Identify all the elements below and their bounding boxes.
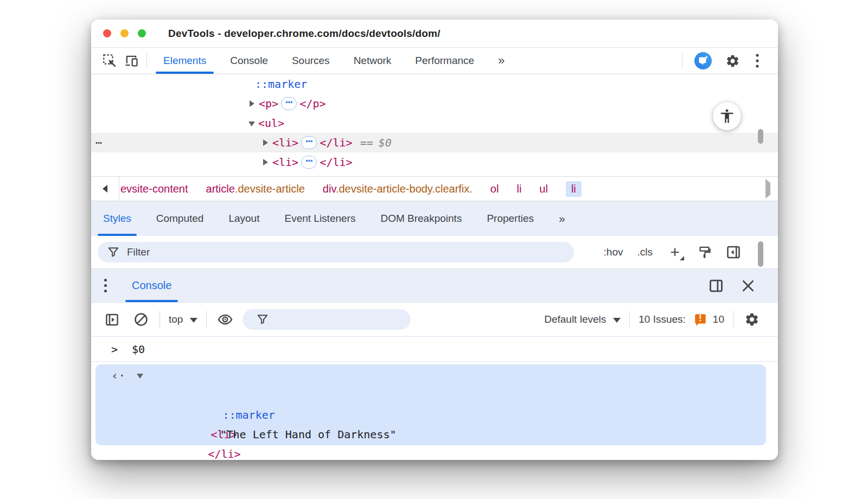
console-drawer-header: Console bbox=[91, 268, 778, 303]
live-expression-eye-icon[interactable] bbox=[215, 311, 235, 328]
more-tabs-icon[interactable]: » bbox=[486, 48, 515, 74]
clear-console-icon[interactable] bbox=[131, 312, 151, 327]
drawer-menu-kebab-icon[interactable] bbox=[104, 279, 107, 292]
console-result-block[interactable]: ‹· <li> ::marker "The Left Hand of Darkn… bbox=[95, 364, 766, 445]
collapse-arrow-icon[interactable] bbox=[248, 121, 255, 126]
tab-elements[interactable]: Elements bbox=[151, 48, 218, 74]
styles-sidebar-tabs: Styles Computed Layout Event Listeners D… bbox=[91, 201, 778, 236]
tab-event-listeners[interactable]: Event Listeners bbox=[284, 201, 355, 236]
element-classes-button[interactable]: .cls bbox=[637, 246, 653, 258]
equals-marker: == bbox=[360, 136, 373, 149]
expand-arrow-icon[interactable] bbox=[250, 100, 254, 107]
dock-sidebar-icon[interactable] bbox=[726, 245, 741, 260]
split-panel-icon[interactable] bbox=[709, 278, 724, 293]
toggle-element-state-button[interactable]: :hov bbox=[604, 246, 623, 258]
breadcrumb-scroll-right-button[interactable] bbox=[758, 183, 778, 195]
console-prompt-icon: > bbox=[111, 343, 118, 356]
filter-funnel-icon bbox=[257, 314, 269, 325]
tab-console[interactable]: Console bbox=[218, 48, 280, 74]
tree-row-marker[interactable]: ::marker bbox=[91, 74, 778, 94]
styles-scrollbar-thumb[interactable] bbox=[758, 241, 763, 267]
drawer-tab-console[interactable]: Console bbox=[125, 269, 178, 302]
styles-filter-input[interactable] bbox=[127, 246, 454, 258]
new-style-rule-button[interactable]: + bbox=[667, 244, 683, 260]
close-window-button[interactable] bbox=[103, 29, 111, 37]
result-line-li-open[interactable]: ‹· <li> bbox=[95, 366, 766, 386]
row-menu-icon[interactable]: ⋯ bbox=[95, 136, 103, 149]
console-filter-field[interactable] bbox=[242, 309, 411, 330]
more-sidebar-tabs-icon[interactable]: » bbox=[559, 201, 564, 236]
tab-properties[interactable]: Properties bbox=[487, 201, 534, 236]
rendering-brush-icon[interactable] bbox=[697, 245, 712, 260]
result-line-li-close[interactable]: </li> bbox=[95, 425, 766, 444]
breadcrumb-scroll-left-button[interactable] bbox=[91, 177, 119, 201]
styles-filter-field[interactable] bbox=[98, 242, 574, 263]
tab-performance[interactable]: Performance bbox=[403, 48, 486, 74]
tree-row-li-selected[interactable]: ⋯ <li>⋯</li>==$0 bbox=[91, 133, 778, 152]
console-toolbar: top Default levels 10 Issues: ! bbox=[91, 303, 778, 337]
collapse-arrow-icon[interactable] bbox=[137, 374, 143, 379]
crumb-ol[interactable]: ol bbox=[490, 183, 499, 195]
devtools-window: DevTools - developer.chrome.com/docs/dev… bbox=[91, 20, 778, 460]
tab-styles[interactable]: Styles bbox=[103, 201, 131, 236]
tab-dom-breakpoints[interactable]: DOM Breakpoints bbox=[380, 201, 462, 236]
log-levels-dropdown[interactable]: Default levels bbox=[544, 314, 621, 325]
toolbar-right-group bbox=[680, 48, 778, 74]
styles-filter-row: :hov .cls + bbox=[91, 236, 778, 268]
console-sidebar-icon[interactable] bbox=[102, 312, 122, 327]
minimize-window-button[interactable] bbox=[120, 29, 129, 37]
console-filter-input[interactable] bbox=[276, 314, 384, 325]
toolbar-divider bbox=[159, 311, 160, 328]
dollar-zero-ref: $0 bbox=[379, 136, 392, 149]
return-value-icon: ‹· bbox=[111, 366, 126, 386]
result-line-text[interactable]: "The Left Hand of Darkness" bbox=[95, 405, 766, 425]
javascript-context-dropdown[interactable]: top bbox=[169, 314, 197, 325]
styles-filter-controls: :hov .cls + bbox=[604, 244, 769, 260]
chevron-right-icon bbox=[765, 179, 770, 199]
expand-arrow-icon[interactable] bbox=[263, 139, 268, 146]
breadcrumb-list: evsite-content article.devsite-article d… bbox=[119, 181, 758, 197]
issues-badge-icon: ! bbox=[693, 312, 707, 327]
more-options-kebab-icon[interactable] bbox=[751, 54, 764, 68]
console-settings-gear-icon[interactable] bbox=[742, 312, 762, 327]
collapsed-children-ellipsis[interactable]: ⋯ bbox=[301, 156, 317, 169]
filter-funnel-icon bbox=[107, 246, 119, 258]
crumb-ul[interactable]: ul bbox=[539, 183, 548, 195]
crumb-article[interactable]: article.devsite-article bbox=[206, 183, 305, 195]
tree-row-ul[interactable]: <ul> bbox=[91, 113, 778, 133]
tab-layout[interactable]: Layout bbox=[228, 201, 259, 236]
title-bar: DevTools - developer.chrome.com/docs/dev… bbox=[91, 20, 778, 48]
tab-sources[interactable]: Sources bbox=[280, 48, 342, 74]
screenshot-stage: DevTools - developer.chrome.com/docs/dev… bbox=[0, 0, 868, 499]
console-command-text: $0 bbox=[132, 343, 145, 356]
zoom-window-button[interactable] bbox=[138, 29, 146, 37]
crumb-li[interactable]: li bbox=[516, 183, 521, 195]
tab-computed[interactable]: Computed bbox=[156, 201, 204, 236]
expand-arrow-icon[interactable] bbox=[263, 159, 268, 165]
ai-assistance-icon[interactable] bbox=[692, 52, 714, 70]
breadcrumb: evsite-content article.devsite-article d… bbox=[91, 176, 778, 201]
collapsed-children-ellipsis[interactable]: ⋯ bbox=[281, 97, 297, 110]
chevron-down-icon bbox=[613, 318, 621, 323]
console-command-row[interactable]: > $0 bbox=[91, 337, 778, 362]
inspect-element-icon[interactable] bbox=[99, 48, 120, 74]
accessibility-overlay-button[interactable] bbox=[713, 102, 741, 130]
tree-row-p[interactable]: <p>⋯</p> bbox=[91, 94, 778, 113]
collapsed-children-ellipsis[interactable]: ⋯ bbox=[301, 136, 317, 149]
crumb-devsite-content[interactable]: evsite-content bbox=[120, 183, 188, 195]
tab-network[interactable]: Network bbox=[342, 48, 404, 74]
close-drawer-icon[interactable] bbox=[741, 279, 755, 293]
console-toolbar-right: Default levels 10 Issues: ! 10 bbox=[544, 311, 762, 328]
tree-row-li[interactable]: <li>⋯</li> bbox=[91, 152, 778, 172]
result-line-marker[interactable]: ::marker bbox=[95, 386, 766, 405]
crumb-div[interactable]: div.devsite-article-body.clearfix. bbox=[323, 183, 473, 195]
dom-tree-panel: ::marker <p>⋯</p> <ul> ⋯ <li>⋯</li>==$0 … bbox=[91, 74, 778, 176]
issues-counter[interactable]: 10 Issues: ! 10 bbox=[639, 312, 724, 327]
accessibility-person-icon bbox=[719, 108, 735, 124]
device-toolbar-icon[interactable] bbox=[120, 48, 142, 74]
console-messages: > $0 ‹· <li> ::marker "The Left Hand of … bbox=[91, 337, 778, 460]
crumb-li-selected[interactable]: li bbox=[566, 181, 582, 197]
elements-scrollbar-thumb[interactable] bbox=[758, 129, 763, 144]
settings-gear-icon[interactable] bbox=[722, 54, 743, 68]
window-title: DevTools - developer.chrome.com/docs/dev… bbox=[168, 28, 441, 40]
